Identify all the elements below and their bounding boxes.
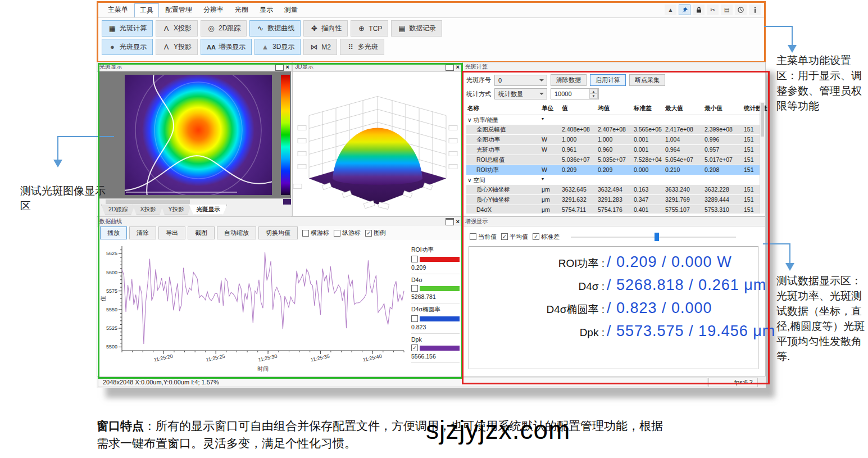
table-row-质心X轴坐标[interactable]: 质心X轴坐标μm3632.6453632.4940.1633633.240363… [466, 185, 763, 195]
ribbon-button-X投影[interactable]: ΛX投影 [156, 20, 198, 37]
curve-toolbar: 播放清除导出截图自动缩放切换均值横游标纵游标✓图例 [98, 226, 461, 240]
menu-item-5[interactable]: 光圈 [230, 3, 253, 17]
table-row-全图总幅值[interactable]: 全图总幅值2.408e+082.407e+083.565e+052.417e+0… [466, 125, 763, 135]
ribbon-button-Y投影[interactable]: ΛY投影 [156, 39, 198, 55]
column-header-单位[interactable]: 单位 [540, 103, 561, 113]
enhanced-checkbox-当前值[interactable]: 当前值 [470, 233, 497, 241]
annotation-right-bottom: 测试数据显示区：光斑功率、光斑测试数据（坐标，直径,椭圆度等）光斑平顶均匀性发散… [776, 273, 867, 364]
menu-item-4[interactable]: 分辨率 [198, 3, 229, 17]
ribbon-button-数据曲线[interactable]: ∿数据曲线 [249, 20, 301, 37]
close-icon[interactable]: × [456, 64, 460, 70]
ribbon-button-光斑计算[interactable]: ▦光斑计算 [102, 20, 153, 37]
close-icon[interactable]: × [286, 64, 289, 70]
pin-icon[interactable] [679, 4, 690, 15]
x-projection-icon: Λ [162, 24, 171, 33]
ribbon-button-数据记录[interactable]: ▤数据记录 [391, 20, 442, 37]
legend-color-bar [420, 286, 460, 291]
calc-button-清除数据[interactable]: 清除数据 [551, 74, 587, 86]
column-header-统计数量[interactable]: 统计数量 [743, 103, 770, 113]
ribbon-button-TCP[interactable]: ⊕TCP [351, 20, 388, 37]
enhanced-checkbox-平均值[interactable]: ✓平均值 [501, 233, 528, 241]
checkbox-icon[interactable]: ✓ [365, 230, 372, 237]
slider-handle[interactable] [655, 233, 659, 241]
legend-item-Dpk: Dpk✓5566.156 [411, 334, 460, 363]
footer-bold: 窗口特点 [97, 419, 144, 432]
column-header-最小值[interactable]: 最小值 [703, 103, 743, 113]
data-curve-icon: ∿ [256, 24, 265, 33]
window-buttons: ▲ ✂ ▤ [665, 4, 761, 15]
table-row-D4σX[interactable]: D4σXμm5754.7115754.1760.4015755.1075753.… [466, 205, 763, 214]
info-icon[interactable] [749, 4, 761, 15]
float-icon[interactable] [446, 64, 454, 71]
table-row-ROI功率[interactable]: ROI功率W0.2090.2090.0000.2100.208151 [466, 165, 763, 175]
ribbon-button-指向性[interactable]: ✥指向性 [303, 20, 348, 37]
ribbon-button-3D显示[interactable]: ▲3D显示 [255, 39, 301, 55]
spot-index-label: 光斑序号 [466, 76, 491, 84]
scissors-icon[interactable]: ✂ [707, 4, 719, 15]
column-header-名称[interactable]: 名称 [466, 103, 540, 113]
column-header-最大值[interactable]: 最大值 [664, 103, 703, 113]
ribbon-button-光斑显示[interactable]: ●光斑显示 [102, 39, 153, 55]
ribbon-button-增强显示[interactable]: AA增强显示 [201, 39, 252, 55]
tab-X投影[interactable]: X投影 [133, 205, 163, 215]
ribbon-button-2D跟踪[interactable]: ◎2D跟踪 [201, 20, 247, 37]
menu-item-6[interactable]: 显示 [255, 3, 278, 17]
legend-checkbox[interactable] [411, 256, 418, 262]
curve-checkbox-纵游标[interactable]: 纵游标 [334, 229, 361, 237]
curve-button-播放[interactable]: 播放 [100, 226, 127, 239]
file-icon[interactable]: ▤ [721, 4, 733, 15]
curve-checkbox-图例[interactable]: ✓图例 [365, 229, 386, 237]
legend-checkbox[interactable] [411, 285, 418, 292]
table-row-ROI总幅值[interactable]: ROI总幅值5.036e+075.035e+077.528e+045.054e+… [466, 155, 763, 165]
calc-button-启用计算[interactable]: 启用计算 [590, 74, 626, 86]
spot-index-select[interactable]: 0 [494, 75, 547, 86]
stat-mode-select[interactable]: 统计数量 [494, 88, 547, 99]
table-group-row[interactable]: ∨ 功率/能量▾ [466, 115, 763, 125]
curve-button-截图[interactable]: 截图 [188, 226, 215, 239]
legend-item-D4σ椭圆率: D4σ椭圆率0.823 [411, 303, 460, 334]
curve-button-导出[interactable]: 导出 [158, 226, 185, 239]
3d-panel-title: 3D显示 [295, 63, 313, 71]
menu-item-2[interactable]: 工具 [134, 3, 159, 17]
curve-button-清除[interactable]: 清除 [129, 226, 156, 239]
spin-down-icon[interactable]: ▼ [589, 93, 598, 99]
table-row-质心Y轴坐标[interactable]: 质心Y轴坐标μm3291.6323291.2830.3473291.769328… [466, 195, 763, 205]
clock-icon[interactable] [735, 4, 747, 15]
float-icon[interactable] [446, 218, 454, 225]
menu-item-3[interactable]: 配置管理 [160, 3, 197, 17]
tab-Y投影[interactable]: Y投影 [161, 205, 191, 215]
ribbon-button-多光斑[interactable]: ⠿多光斑 [340, 39, 384, 55]
stat-count-spinner[interactable]: 10000 ▲ ▼ [551, 88, 599, 99]
column-header-均值[interactable]: 均值 [597, 103, 633, 113]
curve-button-切换均值[interactable]: 切换均值 [258, 226, 298, 239]
curve-button-自动缩放[interactable]: 自动缩放 [217, 226, 256, 239]
calc-button-断点采集[interactable]: 断点采集 [629, 74, 665, 86]
enhanced-checkbox-标准差[interactable]: ✓标准差 [533, 233, 560, 241]
enhanced-display-panel: 增强显示 当前值✓平均值✓标准差 ROI功率 :/ 0.209 / 0.000 … [462, 216, 766, 377]
float-icon[interactable] [275, 64, 284, 71]
menu-item-7[interactable]: 测量 [279, 3, 303, 17]
checkbox-icon[interactable] [334, 230, 340, 237]
ribbon-button-label: 数据记录 [409, 24, 436, 33]
tab-光斑显示[interactable]: 光斑显示 [189, 205, 227, 215]
collapse-icon[interactable]: ▲ [665, 4, 676, 15]
metric-label: D4σ : [469, 280, 607, 293]
checkbox-icon[interactable] [302, 230, 309, 237]
table-row-全图功率[interactable]: 全图功率W1.0001.0000.0011.0040.996151 [466, 135, 763, 145]
menu-item-1[interactable]: 主菜单 [103, 3, 133, 17]
column-header-标准差[interactable]: 标准差 [633, 103, 664, 113]
ribbon-button-label: 多光斑 [358, 42, 378, 52]
table-row-光斑功率[interactable]: 光斑功率W0.9610.9600.0010.9640.957151 [466, 145, 763, 155]
svg-text:11:25:25: 11:25:25 [206, 353, 226, 363]
legend-checkbox[interactable]: ✓ [411, 344, 418, 351]
enhanced-slider[interactable] [571, 232, 753, 241]
table-vscrollbar[interactable] [760, 102, 765, 214]
close-icon[interactable]: × [456, 218, 460, 225]
column-header-值[interactable]: 值 [561, 103, 597, 113]
beam-display-panel: 光斑显示 × 2D跟踪X投影Y投影光斑 [97, 62, 292, 216]
table-group-row[interactable]: ∨ 空间▾ [466, 175, 763, 185]
legend-checkbox[interactable] [411, 315, 418, 322]
curve-checkbox-横游标[interactable]: 横游标 [302, 229, 329, 237]
ribbon-button-M2[interactable]: ⋈M2 [303, 39, 337, 55]
lock-icon[interactable] [693, 4, 705, 15]
